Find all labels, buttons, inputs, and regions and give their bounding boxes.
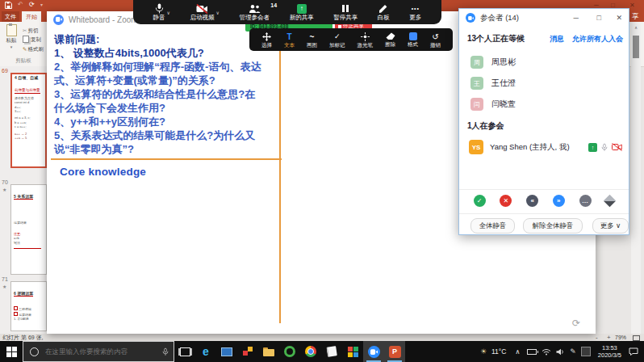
scrollbar-up-icon[interactable]: ∧	[631, 24, 641, 31]
wifi-icon[interactable]	[542, 348, 551, 356]
redo-icon[interactable]: ⟳	[29, 0, 35, 10]
pen-icon[interactable]: ✎	[570, 347, 576, 356]
slide-thumbnail-70[interactable]: 5 关系运算 运算结果 注意: a>b 写法	[10, 184, 47, 275]
save-icon[interactable]	[5, 2, 12, 9]
laser-icon	[361, 32, 370, 41]
taskbar-powerpoint[interactable]: P	[384, 341, 405, 362]
unmute-all-button[interactable]: 解除全体静音	[523, 218, 583, 234]
tab-home-label: 开始	[26, 13, 37, 21]
panel-maximize-icon[interactable]: □	[597, 14, 601, 22]
scrollbar-thumb[interactable]	[633, 36, 639, 58]
slide70-title: 5 关系运算	[14, 195, 33, 200]
waiting-list-item[interactable]: 闫 闫晓萱	[459, 95, 629, 114]
new-share-button[interactable]: ↑ 新的共享	[290, 4, 314, 21]
slide69-line: 3++;	[15, 109, 45, 113]
tab-home[interactable]: 开始	[22, 11, 41, 22]
taskbar-chrome[interactable]	[300, 341, 321, 362]
whiteboard-button[interactable]: 白板	[378, 4, 390, 21]
undo-icon[interactable]: ↶	[18, 0, 23, 10]
search-input[interactable]	[44, 347, 152, 356]
clipboard-icon	[6, 24, 17, 36]
slower-button[interactable]: «	[526, 195, 538, 207]
copy-button[interactable]: 复制	[23, 36, 41, 43]
no-button[interactable]: ✕	[500, 195, 512, 207]
format-tool[interactable]: 格式	[408, 32, 418, 47]
file-explorer-button[interactable]	[258, 341, 279, 362]
host-row[interactable]: YS Yang Shen (主持人, 我) ↑	[459, 137, 629, 158]
slide69-line: ++a → 5	[15, 136, 45, 140]
yes-button[interactable]: ✓	[474, 195, 486, 207]
ppt-slide-panel: 69 4 自增、自减 前增量与后增量 操作数为左值 const int d d+…	[0, 66, 47, 334]
taskbar-remote-app[interactable]	[237, 341, 258, 362]
taskbar-tiles-app[interactable]	[342, 341, 363, 362]
search-mic-icon[interactable]	[162, 347, 169, 356]
cut-button[interactable]: ✂ 剪切	[23, 27, 38, 34]
stamp-tool[interactable]: ✓ 加标记	[329, 32, 345, 48]
mute-all-button[interactable]: 全体静音	[470, 218, 515, 234]
quickaccess-menu-icon[interactable]: ▾	[40, 0, 43, 10]
weather-temp[interactable]: 11°C	[491, 347, 506, 356]
ppt-close-icon[interactable]: ✕	[629, 2, 635, 9]
message-link[interactable]: 消息	[550, 34, 564, 44]
desktop: ↶ ⟳ ▾ ─ □ ✕ 文件 开始 享 粘贴 ▾ ✂ 剪切 复制 ✎ 格式刷	[0, 0, 644, 362]
search-box[interactable]	[23, 341, 174, 362]
tray-expand-icon[interactable]: ∧	[515, 348, 520, 356]
taskbar-edge[interactable]: e	[195, 341, 216, 362]
zoom-out-button[interactable]: -	[596, 334, 598, 341]
faster-button[interactable]: »	[553, 195, 565, 207]
more-reactions-button[interactable]: …	[579, 195, 592, 207]
participants-panel: 参会者 (14) ─ □ ✕ 13个人正在等候 消息 允许所有人入会 周 周思彬…	[458, 8, 629, 235]
spotlight-tool[interactable]: 激光笔	[358, 32, 374, 48]
ppt-share-button[interactable]: 享	[632, 12, 639, 22]
undo-tool[interactable]: ↺ 撤销	[430, 32, 441, 48]
mute-button[interactable]: 静音 ∨	[153, 3, 170, 21]
draw-tool[interactable]: ~ 画图	[307, 32, 317, 48]
tab-file[interactable]: 文件	[2, 11, 19, 22]
move-cross-icon	[262, 32, 271, 41]
ime-icon[interactable]	[581, 347, 591, 356]
volume-icon[interactable]	[556, 348, 565, 356]
waiting-list-item[interactable]: 王 王仕澄	[459, 74, 629, 93]
taskbar-green-app[interactable]	[279, 341, 300, 362]
zoom-level[interactable]: 79%	[615, 335, 626, 340]
eraser-tool[interactable]: 擦除	[385, 32, 395, 47]
zoom-logo-icon	[466, 13, 475, 23]
slide-thumbnail-69[interactable]: 4 自增、自减 前增量与后增量 操作数为左值 const int d d++; …	[10, 73, 47, 168]
fit-slide-icon[interactable]	[633, 335, 640, 341]
start-video-button[interactable]: 启动视频 ∨	[190, 4, 220, 21]
more-label: 更多	[409, 15, 421, 21]
panel-more-button[interactable]: 更多 ∨	[592, 218, 629, 234]
clock[interactable]: 13:53 2020/3/5	[598, 344, 621, 359]
select-tool[interactable]: 选择	[261, 32, 272, 48]
text-tool-label: 文本	[284, 42, 295, 48]
manage-participants-button[interactable]: 14 管理参会者	[240, 4, 270, 21]
slide-thumbnail-71[interactable]: 6 逻辑运算 三种逻辑 运算结果 1. 非0都是	[10, 281, 47, 331]
text-tool[interactable]: T 文本	[284, 32, 295, 48]
green-ring-icon	[284, 346, 295, 357]
ppt-scrollbar[interactable]: ∧	[631, 24, 641, 334]
diamond-icon[interactable]	[604, 195, 617, 208]
format-painter-button[interactable]: ✎ 格式刷	[23, 45, 44, 53]
whiteboard-text-block: 课前问题: 1、 设整数占4bits,1000代表几? 2、举例解释如何理解“程…	[54, 32, 261, 156]
star-icon: ★	[2, 284, 6, 289]
taskbar-notes-app[interactable]	[321, 341, 342, 362]
start-button[interactable]	[0, 341, 23, 362]
mute-options-icon[interactable]: ∨	[167, 10, 170, 15]
panel-minimize-icon[interactable]: ─	[574, 14, 579, 22]
battery-icon[interactable]	[527, 349, 537, 355]
video-options-icon[interactable]: ∨	[216, 10, 220, 15]
admit-all-link[interactable]: 允许所有人入会	[572, 34, 623, 44]
more-button[interactable]: ••• 更多	[409, 4, 421, 21]
pause-share-button[interactable]: 暂停共享	[333, 4, 358, 21]
taskbar-zoom[interactable]	[363, 341, 384, 362]
panel-titlebar[interactable]: 参会者 (14) ─ □ ✕	[459, 9, 629, 27]
task-view-button[interactable]	[174, 341, 195, 362]
taskbar-computer-app[interactable]	[216, 341, 237, 362]
paste-button[interactable]: 粘贴 ▾	[2, 24, 20, 51]
whiteboard-expand-icon[interactable]: ⟳	[572, 318, 580, 329]
zoom-in-button[interactable]: +	[607, 334, 611, 341]
panel-close-icon[interactable]: ✕	[616, 14, 622, 22]
weather-icon[interactable]: ☀	[480, 347, 487, 356]
action-center-icon[interactable]	[629, 347, 638, 356]
waiting-list-item[interactable]: 周 周思彬	[459, 53, 629, 72]
